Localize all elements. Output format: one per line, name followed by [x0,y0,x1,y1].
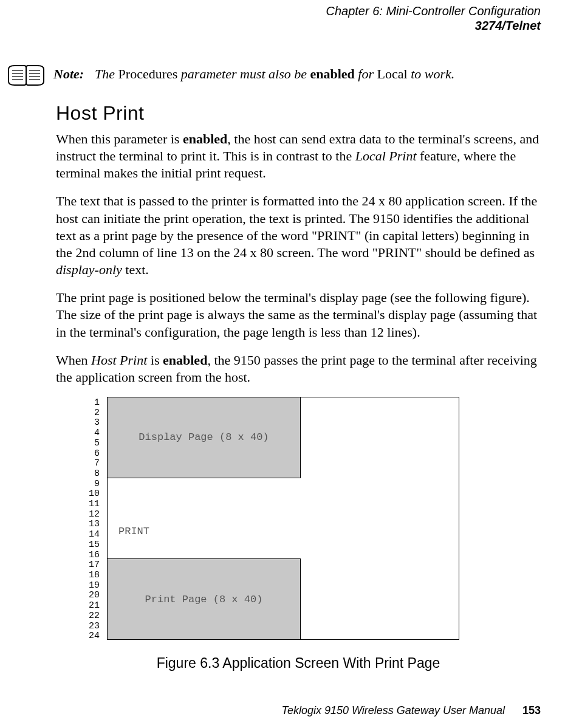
p2-display-only: display-only [56,262,122,277]
note-label: Note: [53,66,84,81]
print-keyword: PRINT [118,526,149,537]
p4-c: is [147,352,163,368]
header-section: 3274/Telnet [326,18,541,33]
p1-enabled: enabled [183,131,227,146]
p2-c: text. [122,262,149,277]
paragraph-1: When this parameter is enabled, the host… [56,131,541,182]
section-heading: Host Print [56,102,541,125]
print-page-label: Print Page (8 x 40) [145,594,263,605]
display-page-label: Display Page (8 x 40) [139,431,269,443]
paragraph-4: When Host Print is enabled, the 9150 pas… [56,352,541,386]
figure-caption: Figure 6.3 Application Screen With Print… [56,655,541,671]
note-frag-7: to work. [408,66,455,81]
note-procedures: Procedures [118,66,178,81]
p4-a: When [56,352,91,368]
p2-a: The text that is passed to the printer i… [56,193,537,259]
page-footer: Teklogix 9150 Wireless Gateway User Manu… [282,704,541,717]
p1-a: When this parameter is [56,131,183,146]
note-block: Note:The Procedures parameter must also … [7,66,541,89]
note-enabled: enabled [310,66,355,81]
p4-enabled: enabled [163,352,207,368]
page: Chapter 6: Mini-Controller Configuration… [0,0,565,728]
line-numbers: 1 2 3 4 5 6 7 8 9 10 11 12 13 14 15 16 1… [89,397,100,642]
print-page-box: Print Page (8 x 40) [108,558,301,639]
note-text: Note:The Procedures parameter must also … [53,66,454,83]
footer-manual: Teklogix 9150 Wireless Gateway User Manu… [282,704,505,716]
running-header: Chapter 6: Mini-Controller Configuration… [326,4,541,33]
note-local: Local [377,66,408,81]
note-frag-3: parameter must also be [177,66,310,81]
book-icon [7,63,45,89]
p4-host-print: Host Print [91,352,147,368]
figure-6-3: 1 2 3 4 5 6 7 8 9 10 11 12 13 14 15 16 1… [89,397,541,671]
figure-grid: 1 2 3 4 5 6 7 8 9 10 11 12 13 14 15 16 1… [89,397,541,642]
paragraph-3: The print page is positioned below the t… [56,289,541,340]
footer-page-number: 153 [522,704,541,716]
paragraph-2: The text that is passed to the printer i… [56,193,541,278]
display-page-box: Display Page (8 x 40) [108,397,301,478]
p1-local-print: Local Print [355,148,417,163]
header-chapter: Chapter 6: Mini-Controller Configuration [326,4,541,18]
body-column: Host Print When this parameter is enable… [56,96,541,671]
note-frag-5: for [355,66,377,81]
note-frag-1: The [95,66,118,81]
screen-frame: Display Page (8 x 40) PRINT Print Page (… [107,397,459,640]
